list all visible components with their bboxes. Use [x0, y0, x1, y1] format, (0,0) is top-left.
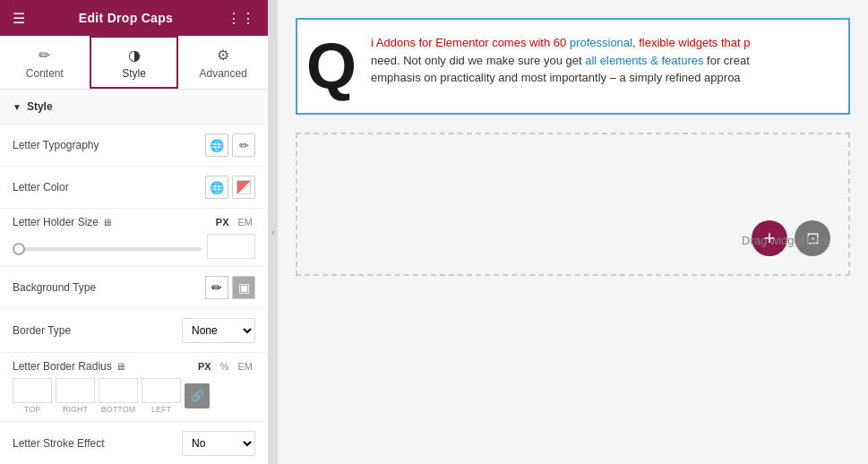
dropcap-text-blue2: all elements & features — [585, 54, 703, 67]
content-tab-icon: ✏ — [39, 47, 50, 64]
dropcap-text-red: i Addons for Elementor comes with 60 — [371, 36, 570, 49]
section-label: Style — [27, 100, 53, 113]
radius-unit-em[interactable]: EM — [236, 360, 256, 373]
letter-typography-controls: 🌐 ✏ — [205, 133, 255, 157]
stroke-effect-select[interactable]: No Yes — [183, 432, 254, 455]
size-slider-container — [13, 240, 202, 253]
radius-right-wrap: RIGHT — [56, 378, 95, 414]
panel-title: Edit Drop Caps — [79, 11, 173, 25]
style-section-header: ▼ Style — [0, 90, 268, 125]
size-row-top: Letter Holder Size 🖥 PX EM — [13, 216, 255, 228]
typography-edit-btn[interactable]: ✏ — [232, 133, 255, 157]
dropcap-block: Q i Addons for Elementor comes with 60 p… — [296, 18, 850, 115]
radius-row-top: Letter Border Radius 🖥 PX % EM — [13, 360, 255, 373]
hamburger-icon[interactable]: ☰ — [13, 10, 25, 27]
tab-content[interactable]: ✏ Content — [0, 36, 90, 89]
drop-cap-letter: Q — [306, 34, 357, 99]
border-type-select-wrap: None Solid Double Dotted Dashed Groove — [182, 318, 255, 343]
background-type-controls: ✏ ▣ — [205, 276, 255, 299]
radius-top-input[interactable] — [13, 378, 52, 403]
monitor-icon: 🖥 — [102, 217, 112, 228]
letter-color-controls: 🌐 — [205, 176, 255, 199]
letter-color-row: Letter Color 🌐 — [0, 167, 268, 209]
radius-bottom-input[interactable] — [99, 378, 138, 403]
size-slider[interactable] — [13, 247, 202, 251]
background-type-row: Background Type ✏ ▣ — [0, 267, 268, 309]
size-unit-em[interactable]: EM — [236, 216, 256, 228]
border-type-select[interactable]: None Solid Double Dotted Dashed Groove — [183, 319, 254, 342]
tab-advanced-label: Advanced — [199, 67, 246, 80]
dropcap-text-line3: emphasis on practicality and most import… — [371, 71, 741, 84]
letter-holder-size-label: Letter Holder Size 🖥 — [13, 216, 213, 228]
radius-top-wrap: TOP — [13, 378, 52, 414]
dropcap-text-line2: need. Not only did we make sure you get — [371, 54, 585, 67]
typography-globe-btn[interactable]: 🌐 — [205, 133, 228, 157]
radius-units: PX % EM — [195, 360, 255, 373]
canvas-area: Q i Addons for Elementor comes with 60 p… — [278, 0, 868, 464]
dropcap-text-blue: professional — [570, 36, 632, 49]
letter-color-label: Letter Color — [13, 181, 205, 193]
background-type-label: Background Type — [13, 281, 205, 294]
size-number-input[interactable] — [207, 234, 255, 259]
tab-content-label: Content — [26, 67, 64, 80]
radius-bottom-label: BOTTOM — [101, 405, 135, 414]
letter-border-radius-row: Letter Border Radius 🖥 PX % EM TOP RIGHT — [0, 353, 268, 422]
bg-gradient-btn[interactable]: ▣ — [232, 276, 255, 299]
bg-solid-btn[interactable]: ✏ — [205, 276, 228, 299]
radius-link-btn[interactable]: 🔗 — [185, 383, 210, 408]
dropcap-text: i Addons for Elementor comes with 60 pro… — [371, 34, 750, 87]
dropcap-text-red2: , flexible widgets that p — [632, 36, 751, 49]
radius-bottom-wrap: BOTTOM — [99, 378, 138, 414]
letter-typography-label: Letter Typography — [13, 139, 205, 151]
section-arrow: ▼ — [13, 102, 21, 112]
grid-icon[interactable]: ⋮⋮ — [227, 10, 255, 27]
collapse-handle[interactable]: ‹ — [269, 0, 278, 464]
radius-top-label: TOP — [24, 405, 40, 414]
radius-monitor-icon: 🖥 — [116, 361, 125, 372]
tab-advanced[interactable]: ⚙ Advanced — [178, 36, 268, 89]
radius-left-wrap: LEFT — [142, 378, 181, 414]
drag-zone: + ⊡ Drag widget here — [296, 133, 850, 276]
tab-style-label: Style — [122, 67, 146, 80]
left-panel: ☰ Edit Drop Caps ⋮⋮ ✏ Content ◑ Style ⚙ … — [0, 0, 269, 464]
panel-content: ▼ Style Letter Typography 🌐 ✏ Letter Col… — [0, 90, 268, 464]
right-panel: Q i Addons for Elementor comes with 60 p… — [278, 0, 868, 464]
size-unit-px[interactable]: PX — [213, 216, 232, 228]
letter-stroke-effect-row: Letter Stroke Effect No Yes — [0, 422, 268, 464]
radius-inputs: TOP RIGHT BOTTOM LEFT 🔗 — [13, 378, 255, 414]
size-controls — [13, 234, 255, 259]
tabs-row: ✏ Content ◑ Style ⚙ Advanced — [0, 36, 268, 90]
panel-header: ☰ Edit Drop Caps ⋮⋮ — [0, 0, 268, 36]
advanced-tab-icon: ⚙ — [217, 47, 229, 64]
radius-unit-px[interactable]: PX — [195, 360, 214, 373]
style-tab-icon: ◑ — [128, 47, 141, 64]
tab-style[interactable]: ◑ Style — [90, 36, 179, 89]
size-units: PX EM — [213, 216, 255, 228]
radius-left-label: LEFT — [151, 405, 171, 414]
drag-widget-label: Drag widget here — [297, 234, 848, 247]
color-swatch-btn[interactable] — [232, 176, 255, 199]
radius-left-input[interactable] — [142, 378, 181, 403]
letter-stroke-effect-label: Letter Stroke Effect — [13, 437, 182, 450]
letter-border-radius-label: Letter Border Radius 🖥 — [13, 360, 195, 373]
letter-holder-size-row: Letter Holder Size 🖥 PX EM — [0, 209, 268, 267]
border-type-label: Border Type — [13, 324, 182, 337]
radius-right-label: RIGHT — [63, 405, 88, 414]
border-type-row: Border Type None Solid Double Dotted Das… — [0, 309, 268, 353]
letter-typography-row: Letter Typography 🌐 ✏ — [0, 125, 268, 167]
dropcap-text-normal2: for creat — [703, 54, 749, 67]
color-globe-btn[interactable]: 🌐 — [205, 176, 228, 199]
color-swatch — [236, 180, 251, 194]
radius-unit-pct[interactable]: % — [218, 360, 232, 373]
radius-right-input[interactable] — [56, 378, 95, 403]
stroke-effect-select-wrap: No Yes — [182, 431, 255, 456]
